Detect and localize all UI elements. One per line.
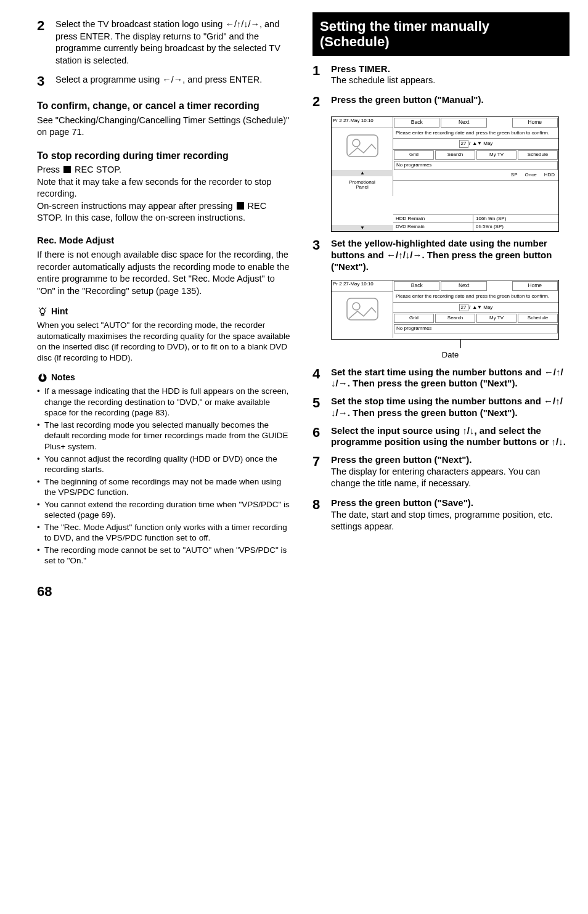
stop-icon (237, 202, 244, 210)
step-7-body: The display for entering characters appe… (331, 466, 570, 490)
scroll-down-icon: ▼ (332, 225, 393, 231)
scr-dvd-remain-value: 0h 59m (SP) (473, 223, 558, 231)
notes-list: If a message indicating that the HDD is … (37, 386, 294, 566)
stop-icon (63, 166, 71, 173)
stop-body-1-post: REC STOP. (72, 165, 121, 174)
scr-next: Next (441, 281, 486, 290)
scr-mytv: My TV (476, 314, 517, 323)
step-3: 3 Select a programme using ←/→, and pres… (37, 74, 294, 89)
scr-no-programmes: No programmes (394, 161, 558, 170)
notes-heading: Notes (37, 372, 294, 383)
note-item: The recording mode cannot be set to "AUT… (37, 545, 294, 566)
step-number: 2 (312, 94, 331, 109)
step-3-head: Set the yellow-highlighted date using th… (331, 238, 570, 272)
scr-hdd-remain-label: HDD Remain (393, 215, 473, 223)
hint-body: When you select "AUTO" for the recording… (37, 320, 294, 363)
step-6: 6 Select the input source using ↑/↓, and… (312, 425, 570, 449)
step-4: 4 Set the start time using the number bu… (312, 367, 570, 390)
scr-no-programmes: No programmes (394, 324, 558, 333)
svg-point-0 (40, 308, 45, 313)
heading-confirm: To confirm, change, or cancel a timer re… (37, 100, 294, 112)
heading-recmode: Rec. Mode Adjust (37, 234, 294, 247)
step-3: 3 Set the yellow-highlighted date using … (312, 238, 570, 272)
step-number: 7 (312, 454, 331, 491)
step-2: 2 Select the TV broadcast station logo u… (37, 18, 294, 68)
step-7-head: Press the green button ("Next"). (331, 454, 570, 466)
step-number: 8 (312, 497, 331, 534)
notes-icon (37, 372, 48, 383)
scr-home: Home (512, 281, 558, 290)
scr-message: Please enter the recording date and pres… (393, 128, 558, 139)
scr-search: Search (435, 314, 475, 323)
step-number: 2 (37, 18, 55, 68)
page-number: 68 (37, 582, 570, 601)
step-1: 1 Press TIMER. The schedule list appears… (312, 63, 570, 88)
note-item: You cannot extend the recording duration… (37, 499, 294, 521)
step-number: 3 (37, 74, 55, 89)
step-1-head: Press TIMER. (331, 63, 570, 75)
step-2-text: Select the TV broadcast station logo usi… (55, 18, 294, 67)
scr-grid: Grid (394, 314, 434, 323)
note-item: You cannot adjust the recording quality … (37, 454, 294, 475)
svg-rect-4 (41, 313, 44, 315)
step-number: 1 (312, 63, 331, 88)
svg-point-11 (353, 303, 360, 310)
svg-rect-7 (42, 373, 44, 378)
step-8-body: The date, start and stop times, programm… (331, 509, 570, 533)
scr-schedule: Schedule (518, 314, 558, 323)
step-5-head: Set the stop time using the number butto… (331, 396, 570, 419)
step-number: 6 (312, 425, 331, 449)
step-1-body: The schedule list appears. (331, 75, 570, 87)
hint-icon (37, 306, 48, 317)
step-3-text: Select a programme using ←/→, and press … (55, 74, 294, 86)
stop-body-2: Note that it may take a few seconds for … (37, 176, 294, 200)
scr-month: May (483, 304, 492, 310)
note-item: The last recording mode you selected man… (37, 420, 294, 452)
scr-dvd-remain-label: DVD Remain (393, 223, 473, 231)
scroll-up-icon: ▲ (332, 170, 393, 176)
hint-heading: Hint (37, 306, 294, 317)
step-number: 4 (312, 367, 331, 390)
step-2-head: Press the green button ("Manual"). (331, 94, 570, 106)
heading-stop: To stop recording during timer recording (37, 150, 294, 161)
step-7: 7 Press the green button ("Next"). The d… (312, 454, 570, 491)
scr-date-row: 277 ▲▼ May (393, 139, 558, 150)
scr-hdd-remain-value: 106h 9m (SP) (473, 215, 558, 223)
recmode-body: If there is not enough available disc sp… (37, 249, 294, 297)
scr-month: May (483, 141, 492, 146)
scr-back: Back (394, 281, 439, 290)
step-5: 5 Set the stop time using the number but… (312, 396, 570, 419)
scr-col-once: Once (525, 172, 537, 179)
stop-body-3-pre: On-screen instructions may appear after … (37, 201, 235, 211)
scr-schedule: Schedule (518, 150, 558, 160)
svg-line-3 (46, 308, 46, 308)
scr-day: 27 (459, 140, 468, 148)
scr-col-hdd: HDD (544, 172, 555, 179)
stop-body-1: Press REC STOP. (37, 164, 294, 176)
step-number: 5 (312, 396, 331, 419)
scr-date-row: 277 ▲▼ May (393, 303, 558, 314)
scr-grid: Grid (394, 150, 434, 160)
left-column: 2 Select the TV broadcast station logo u… (37, 12, 294, 568)
step-6-head: Select the input source using ↑/↓, and s… (331, 425, 570, 449)
scr-col-sp: SP (511, 172, 518, 179)
scr-day: 27 (459, 304, 468, 312)
step-8: 8 Press the green button ("Save"). The d… (312, 497, 570, 534)
scr-back: Back (394, 118, 439, 127)
scr-topleft: Pr 2 27-May 10:10 (332, 280, 393, 291)
stop-body-3: On-screen instructions may appear after … (37, 200, 294, 224)
stop-body-1-pre: Press (37, 165, 62, 174)
note-item: The "Rec. Mode Adjust" function only wor… (37, 522, 294, 544)
section-title: Setting the timer manually (Schedule) (320, 18, 562, 50)
scr-mytv: My TV (476, 150, 517, 160)
screenshot-date-highlight: Pr 2 27-May 10:10 Back Next Home Please … (331, 280, 559, 340)
step-2: 2 Press the green button ("Manual"). (312, 94, 570, 109)
hint-label: Hint (51, 306, 68, 317)
note-item: If a message indicating that the HDD is … (37, 386, 294, 418)
note-item: The beginning of some recordings may not… (37, 476, 294, 498)
promo-image-icon (341, 294, 384, 325)
step-number: 3 (312, 238, 331, 272)
date-callout: Date (331, 349, 570, 361)
scr-promo-panel (332, 292, 393, 338)
step-4-head: Set the start time using the number butt… (331, 367, 570, 390)
